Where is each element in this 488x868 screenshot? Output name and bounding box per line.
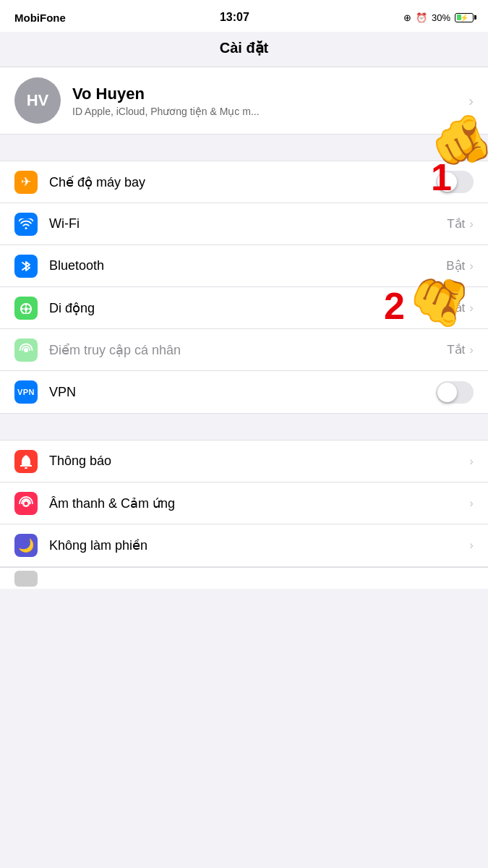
airplane-toggle-knob (437, 172, 457, 192)
sounds-label: Âm thanh & Cảm ứng (49, 495, 469, 511)
wifi-value: Tắt (447, 216, 465, 231)
vpn-label: VPN (49, 385, 436, 400)
donotdisturb-icon: 🌙 (14, 534, 38, 557)
hotspot-icon (14, 339, 38, 362)
notifications-right: › (469, 454, 474, 469)
cellular-right: Tắt › (447, 300, 474, 315)
wifi-label: Wi-Fi (49, 216, 447, 231)
wifi-icon (14, 213, 38, 236)
sounds-right: › (469, 496, 474, 511)
airplane-icon: ✈ (14, 171, 38, 194)
cellular-chevron: › (469, 301, 474, 315)
section-spacer-1 (0, 135, 488, 161)
vpn-right (436, 381, 474, 404)
profile-info: Vo Huyen ID Apple, iCloud, Phương tiện &… (72, 85, 468, 117)
nav-bar: Cài đặt (0, 32, 488, 67)
moon-symbol: 🌙 (18, 537, 34, 553)
partial-icon (14, 571, 38, 587)
carrier-label: MobiFone (14, 12, 66, 24)
cellular-icon (14, 297, 38, 320)
airplane-label: Chế độ máy bay (49, 174, 436, 190)
sounds-chevron: › (469, 496, 474, 511)
svg-point-5 (25, 501, 28, 505)
notifications-chevron: › (469, 454, 474, 469)
settings-item-wifi[interactable]: Wi-Fi Tắt › (0, 203, 488, 245)
settings-item-donotdisturb[interactable]: 🌙 Không làm phiền › (0, 524, 488, 566)
hotspot-chevron: › (469, 343, 474, 357)
location-icon: ⊕ (403, 12, 411, 23)
vpn-text: VPN (17, 388, 35, 396)
battery-percent: 30% (432, 12, 450, 23)
status-bar: MobiFone 13:07 ⊕ ⏰ 30% ⚡ (0, 0, 488, 32)
settings-item-partial (0, 567, 488, 589)
settings-item-sounds[interactable]: Âm thanh & Cảm ứng › (0, 482, 488, 524)
vpn-icon: VPN (14, 380, 38, 404)
settings-item-vpn[interactable]: VPN VPN (0, 371, 488, 413)
settings-item-notifications[interactable]: Thông báo › (0, 441, 488, 482)
alarm-icon: ⏰ (416, 12, 427, 23)
svg-point-2 (24, 348, 28, 352)
cellular-value: Tắt (447, 300, 465, 315)
battery-charging-icon: ⚡ (460, 14, 468, 22)
cellular-label: Di động (49, 300, 447, 316)
wifi-chevron: › (469, 217, 474, 231)
donotdisturb-right: › (469, 538, 474, 553)
status-right-icons: ⊕ ⏰ 30% ⚡ (403, 12, 474, 23)
notifications-icon (14, 450, 38, 473)
settings-item-cellular[interactable]: Di động Tắt › 2 🫵 (0, 287, 488, 329)
bluetooth-chevron: › (469, 259, 474, 273)
hotspot-label: Điểm truy cập cá nhân (49, 342, 447, 358)
battery-icon: ⚡ (455, 13, 474, 22)
profile-subtitle: ID Apple, iCloud, Phương tiện & Mục m... (72, 106, 468, 117)
network-settings-group: ✈ Chế độ máy bay 🫵 1 (0, 161, 488, 414)
donotdisturb-chevron: › (469, 538, 474, 553)
vpn-toggle-knob (437, 383, 457, 402)
svg-rect-3 (25, 467, 27, 469)
bluetooth-right: Bật › (446, 258, 474, 273)
donotdisturb-label: Không làm phiền (49, 537, 469, 553)
page-wrapper: MobiFone 13:07 ⊕ ⏰ 30% ⚡ Cài đặt HV Vo H… (0, 0, 488, 589)
avatar: HV (14, 77, 61, 124)
settings-item-bluetooth[interactable]: Bluetooth Bật › (0, 245, 488, 287)
notifications-label: Thông báo (49, 454, 469, 469)
profile-section[interactable]: HV Vo Huyen ID Apple, iCloud, Phương tiệ… (0, 67, 488, 135)
sounds-icon (14, 492, 38, 515)
vpn-toggle[interactable] (436, 381, 474, 404)
settings-item-airplane[interactable]: ✈ Chế độ máy bay 🫵 1 (0, 161, 488, 203)
time-label: 13:07 (220, 11, 249, 24)
profile-name: Vo Huyen (72, 85, 468, 103)
page-title: Cài đặt (220, 40, 269, 56)
wifi-right: Tắt › (447, 216, 474, 231)
bluetooth-value: Bật (446, 258, 465, 273)
hotspot-right: Tắt › (447, 342, 474, 357)
profile-chevron: › (468, 93, 474, 109)
battery-indicator: ⚡ (455, 13, 474, 22)
hotspot-value: Tắt (447, 342, 465, 357)
bluetooth-icon (14, 255, 38, 278)
section-spacer-2 (0, 414, 488, 440)
settings-item-hotspot[interactable]: Điểm truy cập cá nhân Tắt › (0, 329, 488, 371)
notifications-settings-group: Thông báo › Âm thanh & Cảm ứng › (0, 440, 488, 567)
airplane-right (436, 171, 474, 193)
airplane-toggle[interactable] (436, 171, 474, 193)
bluetooth-label: Bluetooth (49, 258, 446, 273)
